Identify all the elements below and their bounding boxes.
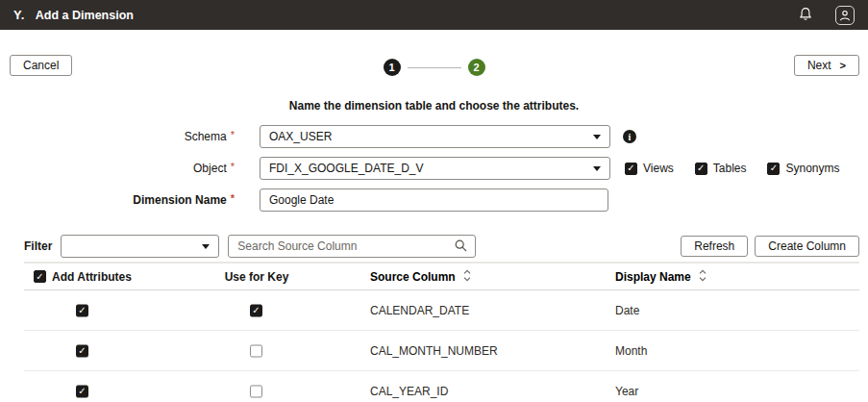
display-name-cell: Date xyxy=(615,304,639,317)
dimension-form: Schema* OAX_USER i Object* FDI_X_GOOGLE_… xyxy=(0,125,868,220)
chevron-down-icon xyxy=(593,135,601,139)
add-attribute-checkbox[interactable] xyxy=(76,304,88,316)
table-row: CALENDAR_DATE Date xyxy=(24,290,859,331)
user-avatar-icon xyxy=(835,6,855,25)
notifications-button[interactable] xyxy=(799,7,812,24)
source-column-cell: CAL_YEAR_ID xyxy=(370,385,448,398)
stepper-connector xyxy=(408,67,461,68)
source-column-cell: CALENDAR_DATE xyxy=(370,304,469,317)
source-column-cell: CAL_MONTH_NUMBER xyxy=(370,344,498,358)
add-attributes-header: Add Attributes xyxy=(52,270,132,284)
page-title: Add a Dimension xyxy=(36,9,134,22)
next-button[interactable]: Next > xyxy=(794,55,859,76)
add-attribute-checkbox[interactable] xyxy=(76,344,88,357)
object-type-filters: Views Tables Synonyms xyxy=(625,162,840,175)
use-for-key-checkbox[interactable] xyxy=(250,385,262,397)
table-toolbar: Filter Refresh Create Column xyxy=(24,235,859,258)
bell-icon xyxy=(799,7,812,24)
schema-row: Schema* OAX_USER i xyxy=(0,125,868,148)
object-label: Object* xyxy=(0,162,235,175)
required-asterisk: * xyxy=(231,161,235,172)
filter-label: Filter xyxy=(24,239,52,253)
stepper: 1 2 xyxy=(0,59,868,76)
schema-select[interactable]: OAX_USER xyxy=(260,125,610,148)
object-row: Object* FDI_X_GOOGLE_DATE_D_V Views Tabl… xyxy=(0,157,868,180)
table-header-row: Add Attributes Use for Key Source Column… xyxy=(24,262,859,290)
topbar: Y. Add a Dimension xyxy=(0,0,868,30)
synonyms-checkbox-option[interactable]: Synonyms xyxy=(767,162,839,175)
user-menu-button[interactable] xyxy=(835,6,855,25)
table-row: CAL_YEAR_ID Year xyxy=(24,371,859,402)
required-asterisk: * xyxy=(231,129,235,140)
table-row: CAL_MONTH_NUMBER Month xyxy=(24,331,859,371)
app-logo-icon: Y. xyxy=(13,8,25,22)
tables-label: Tables xyxy=(713,162,747,175)
schema-label: Schema* xyxy=(0,130,235,143)
use-for-key-header: Use for Key xyxy=(225,270,289,284)
wizard-instruction: Name the dimension table and choose the … xyxy=(0,99,868,113)
info-icon[interactable]: i xyxy=(623,130,636,143)
display-name-sort-header[interactable]: Display Name xyxy=(615,269,707,285)
search-source-column-input[interactable] xyxy=(228,235,476,258)
add-attribute-checkbox[interactable] xyxy=(76,385,88,397)
next-button-label: Next xyxy=(807,59,831,72)
synonyms-checkbox xyxy=(767,163,780,175)
refresh-button[interactable]: Refresh xyxy=(681,236,748,257)
display-name-cell: Month xyxy=(615,344,647,358)
dimension-name-row: Dimension Name* xyxy=(0,188,868,212)
create-column-button[interactable]: Create Column xyxy=(755,236,859,257)
chevron-down-icon xyxy=(593,166,601,171)
object-select[interactable]: FDI_X_GOOGLE_DATE_D_V xyxy=(260,157,610,180)
views-checkbox xyxy=(625,163,637,175)
views-checkbox-option[interactable]: Views xyxy=(625,162,674,175)
synonyms-label: Synonyms xyxy=(785,162,839,175)
step-1-indicator[interactable]: 1 xyxy=(384,59,401,76)
search-icon xyxy=(455,239,467,255)
use-for-key-checkbox[interactable] xyxy=(250,304,262,316)
tables-checkbox xyxy=(695,163,707,175)
dimension-name-label: Dimension Name* xyxy=(0,193,235,207)
object-select-value: FDI_X_GOOGLE_DATE_D_V xyxy=(269,162,424,175)
select-all-checkbox[interactable] xyxy=(34,270,46,283)
sort-icon xyxy=(463,269,471,285)
source-column-sort-header[interactable]: Source Column xyxy=(370,269,471,285)
sort-icon xyxy=(699,269,707,285)
topbar-actions xyxy=(799,6,855,25)
dimension-name-input[interactable] xyxy=(260,188,608,212)
schema-select-value: OAX_USER xyxy=(269,130,332,143)
use-for-key-checkbox[interactable] xyxy=(250,344,262,357)
chevron-right-icon: > xyxy=(840,60,846,71)
filter-select[interactable] xyxy=(61,235,219,258)
step-2-indicator[interactable]: 2 xyxy=(468,59,485,76)
required-asterisk: * xyxy=(231,192,235,204)
attributes-table: Add Attributes Use for Key Source Column… xyxy=(24,262,859,402)
display-name-cell: Year xyxy=(615,385,638,398)
chevron-down-icon xyxy=(202,244,210,249)
tables-checkbox-option[interactable]: Tables xyxy=(695,162,747,175)
views-label: Views xyxy=(643,162,674,175)
